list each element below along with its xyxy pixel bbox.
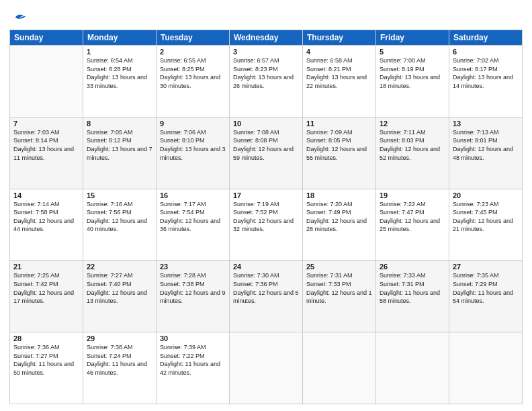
day-cell-21: 21Sunrise: 7:25 AMSunset: 7:42 PMDayligh… bbox=[10, 261, 83, 332]
day-number: 10 bbox=[233, 120, 299, 128]
day-info: Sunrise: 7:35 AMSunset: 7:29 PMDaylight:… bbox=[453, 271, 519, 305]
day-number: 28 bbox=[13, 334, 79, 342]
day-cell-9: 9Sunrise: 7:06 AMSunset: 8:10 PMDaylight… bbox=[157, 117, 230, 189]
day-cell-26: 26Sunrise: 7:33 AMSunset: 7:31 PMDayligh… bbox=[376, 261, 449, 332]
day-number: 29 bbox=[87, 334, 152, 342]
day-info: Sunrise: 7:23 AMSunset: 7:45 PMDaylight:… bbox=[453, 200, 519, 234]
day-number: 25 bbox=[306, 263, 372, 271]
day-info: Sunrise: 7:08 AMSunset: 8:08 PMDaylight:… bbox=[233, 128, 299, 162]
day-cell-14: 14Sunrise: 7:14 AMSunset: 7:58 PMDayligh… bbox=[10, 189, 83, 261]
header-tuesday: Tuesday bbox=[157, 30, 230, 46]
day-cell-1: 1Sunrise: 6:54 AMSunset: 8:28 PMDaylight… bbox=[83, 46, 157, 118]
day-number: 2 bbox=[160, 48, 226, 56]
calendar-week-4: 21Sunrise: 7:25 AMSunset: 7:42 PMDayligh… bbox=[10, 261, 523, 332]
day-info: Sunrise: 7:27 AMSunset: 7:40 PMDaylight:… bbox=[87, 271, 152, 305]
calendar-week-2: 7Sunrise: 7:03 AMSunset: 8:14 PMDaylight… bbox=[10, 117, 523, 189]
header-sunday: Sunday bbox=[10, 30, 83, 46]
day-number: 15 bbox=[87, 191, 152, 199]
day-cell-29: 29Sunrise: 7:38 AMSunset: 7:24 PMDayligh… bbox=[83, 332, 157, 404]
day-cell-3: 3Sunrise: 6:57 AMSunset: 8:23 PMDaylight… bbox=[230, 46, 303, 118]
day-number: 23 bbox=[160, 263, 226, 271]
day-number: 19 bbox=[380, 191, 445, 199]
day-info: Sunrise: 7:16 AMSunset: 7:56 PMDaylight:… bbox=[87, 200, 152, 234]
day-info: Sunrise: 7:30 AMSunset: 7:36 PMDaylight:… bbox=[233, 271, 299, 305]
day-info: Sunrise: 7:31 AMSunset: 7:33 PMDaylight:… bbox=[306, 271, 372, 305]
day-number: 9 bbox=[160, 120, 226, 128]
header-thursday: Thursday bbox=[303, 30, 376, 46]
day-cell-8: 8Sunrise: 7:05 AMSunset: 8:12 PMDaylight… bbox=[83, 117, 157, 189]
day-number: 22 bbox=[87, 263, 152, 271]
day-info: Sunrise: 7:00 AMSunset: 8:19 PMDaylight:… bbox=[380, 56, 445, 90]
day-info: Sunrise: 7:06 AMSunset: 8:10 PMDaylight:… bbox=[160, 128, 226, 162]
day-info: Sunrise: 7:05 AMSunset: 8:12 PMDaylight:… bbox=[87, 128, 152, 162]
logo bbox=[9, 9, 27, 26]
day-cell-19: 19Sunrise: 7:22 AMSunset: 7:47 PMDayligh… bbox=[376, 189, 449, 261]
header-saturday: Saturday bbox=[449, 30, 523, 46]
calendar-week-5: 28Sunrise: 7:36 AMSunset: 7:27 PMDayligh… bbox=[10, 332, 523, 404]
day-number: 7 bbox=[13, 120, 79, 128]
day-cell-10: 10Sunrise: 7:08 AMSunset: 8:08 PMDayligh… bbox=[230, 117, 303, 189]
day-cell-2: 2Sunrise: 6:55 AMSunset: 8:25 PMDaylight… bbox=[157, 46, 230, 118]
day-info: Sunrise: 7:09 AMSunset: 8:05 PMDaylight:… bbox=[306, 128, 372, 162]
empty-cell bbox=[303, 332, 376, 404]
day-info: Sunrise: 7:02 AMSunset: 8:17 PMDaylight:… bbox=[453, 56, 519, 90]
day-number: 26 bbox=[380, 263, 445, 271]
calendar: SundayMondayTuesdayWednesdayThursdayFrid… bbox=[9, 30, 523, 404]
calendar-week-1: 1Sunrise: 6:54 AMSunset: 8:28 PMDaylight… bbox=[10, 46, 523, 118]
day-number: 12 bbox=[380, 120, 445, 128]
day-number: 17 bbox=[233, 191, 299, 199]
day-info: Sunrise: 7:20 AMSunset: 7:49 PMDaylight:… bbox=[306, 200, 372, 234]
day-cell-22: 22Sunrise: 7:27 AMSunset: 7:40 PMDayligh… bbox=[83, 261, 157, 332]
day-number: 6 bbox=[453, 48, 519, 56]
day-number: 27 bbox=[453, 263, 519, 271]
day-cell-5: 5Sunrise: 7:00 AMSunset: 8:19 PMDaylight… bbox=[376, 46, 449, 118]
day-info: Sunrise: 7:22 AMSunset: 7:47 PMDaylight:… bbox=[380, 200, 445, 234]
day-number: 13 bbox=[453, 120, 519, 128]
day-cell-20: 20Sunrise: 7:23 AMSunset: 7:45 PMDayligh… bbox=[449, 189, 523, 261]
day-cell-15: 15Sunrise: 7:16 AMSunset: 7:56 PMDayligh… bbox=[83, 189, 157, 261]
day-cell-23: 23Sunrise: 7:28 AMSunset: 7:38 PMDayligh… bbox=[157, 261, 230, 332]
empty-cell bbox=[449, 332, 523, 404]
day-number: 21 bbox=[13, 263, 79, 271]
day-info: Sunrise: 7:33 AMSunset: 7:31 PMDaylight:… bbox=[380, 271, 445, 305]
day-number: 8 bbox=[87, 120, 152, 128]
day-cell-11: 11Sunrise: 7:09 AMSunset: 8:05 PMDayligh… bbox=[303, 117, 376, 189]
empty-cell bbox=[10, 46, 83, 118]
day-number: 5 bbox=[380, 48, 445, 56]
day-cell-25: 25Sunrise: 7:31 AMSunset: 7:33 PMDayligh… bbox=[303, 261, 376, 332]
day-cell-7: 7Sunrise: 7:03 AMSunset: 8:14 PMDaylight… bbox=[10, 117, 83, 189]
header-friday: Friday bbox=[376, 30, 449, 46]
day-info: Sunrise: 6:55 AMSunset: 8:25 PMDaylight:… bbox=[160, 56, 226, 90]
day-info: Sunrise: 7:39 AMSunset: 7:22 PMDaylight:… bbox=[160, 343, 226, 377]
day-cell-27: 27Sunrise: 7:35 AMSunset: 7:29 PMDayligh… bbox=[449, 261, 523, 332]
day-number: 11 bbox=[306, 120, 372, 128]
day-number: 20 bbox=[453, 191, 519, 199]
day-number: 24 bbox=[233, 263, 299, 271]
day-cell-17: 17Sunrise: 7:19 AMSunset: 7:52 PMDayligh… bbox=[230, 189, 303, 261]
day-number: 30 bbox=[160, 334, 226, 342]
day-number: 4 bbox=[306, 48, 372, 56]
day-number: 14 bbox=[13, 191, 79, 199]
day-number: 1 bbox=[87, 48, 152, 56]
day-info: Sunrise: 7:14 AMSunset: 7:58 PMDaylight:… bbox=[13, 200, 79, 234]
day-info: Sunrise: 7:19 AMSunset: 7:52 PMDaylight:… bbox=[233, 200, 299, 234]
calendar-header-row: SundayMondayTuesdayWednesdayThursdayFrid… bbox=[10, 30, 523, 46]
day-info: Sunrise: 7:38 AMSunset: 7:24 PMDaylight:… bbox=[87, 343, 152, 377]
day-cell-30: 30Sunrise: 7:39 AMSunset: 7:22 PMDayligh… bbox=[157, 332, 230, 404]
day-info: Sunrise: 7:13 AMSunset: 8:01 PMDaylight:… bbox=[453, 128, 519, 162]
day-cell-24: 24Sunrise: 7:30 AMSunset: 7:36 PMDayligh… bbox=[230, 261, 303, 332]
day-cell-18: 18Sunrise: 7:20 AMSunset: 7:49 PMDayligh… bbox=[303, 189, 376, 261]
day-cell-4: 4Sunrise: 6:58 AMSunset: 8:21 PMDaylight… bbox=[303, 46, 376, 118]
header-wednesday: Wednesday bbox=[230, 30, 303, 46]
day-number: 3 bbox=[233, 48, 299, 56]
day-info: Sunrise: 7:25 AMSunset: 7:42 PMDaylight:… bbox=[13, 271, 79, 305]
top-section bbox=[9, 7, 523, 26]
day-info: Sunrise: 7:17 AMSunset: 7:54 PMDaylight:… bbox=[160, 200, 226, 234]
day-cell-16: 16Sunrise: 7:17 AMSunset: 7:54 PMDayligh… bbox=[157, 189, 230, 261]
day-info: Sunrise: 7:28 AMSunset: 7:38 PMDaylight:… bbox=[160, 271, 226, 305]
day-number: 18 bbox=[306, 191, 372, 199]
day-cell-6: 6Sunrise: 7:02 AMSunset: 8:17 PMDaylight… bbox=[449, 46, 523, 118]
empty-cell bbox=[376, 332, 449, 404]
day-info: Sunrise: 7:03 AMSunset: 8:14 PMDaylight:… bbox=[13, 128, 79, 162]
day-info: Sunrise: 7:11 AMSunset: 8:03 PMDaylight:… bbox=[380, 128, 445, 162]
